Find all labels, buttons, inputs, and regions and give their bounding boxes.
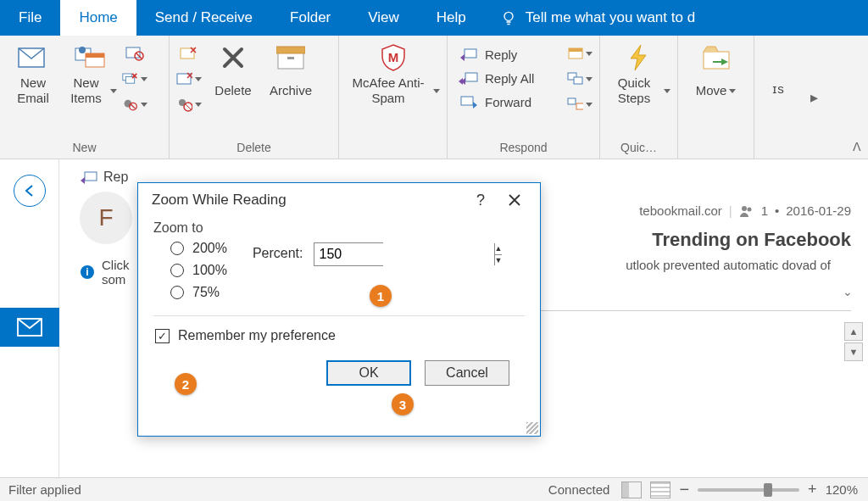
percent-up-button[interactable]: ▲ <box>495 243 503 255</box>
remember-label: Remember my preference <box>178 328 336 343</box>
ribbon-collapse-button[interactable]: ᐱ <box>853 140 861 153</box>
svg-rect-31 <box>85 172 97 181</box>
new-small-col <box>122 41 147 115</box>
quick-steps-label: Quick Steps <box>607 75 661 106</box>
quick-steps-button[interactable]: Quick Steps <box>607 41 670 107</box>
ignore-button[interactable] <box>122 42 147 64</box>
group-mcafee: M McAfee Anti-Spam <box>339 36 448 159</box>
forward-icon <box>459 95 478 109</box>
move-button[interactable]: Move <box>685 41 747 107</box>
mail-nav-tab[interactable] <box>0 308 59 347</box>
svg-point-5 <box>79 47 86 53</box>
archive-label: Archive <box>270 75 312 107</box>
status-bar: Filter applied Connected − + 120% <box>0 477 868 501</box>
reply-all-label: Reply All <box>485 71 534 86</box>
zoom-100-radio[interactable]: 100% <box>170 263 227 278</box>
zoom-level: 120% <box>826 482 858 497</box>
expand-chevron[interactable]: ⌄ <box>843 285 853 298</box>
meeting-icon <box>567 46 583 61</box>
group-move: Move <box>678 36 754 159</box>
ribbon-overflow-button[interactable]: ▸ <box>802 36 826 159</box>
remember-checkbox[interactable]: ✓ Remember my preference <box>153 328 525 343</box>
tab-view[interactable]: View <box>349 0 418 36</box>
message-date: 2016-01-29 <box>786 203 851 218</box>
small-delete-1[interactable] <box>176 42 202 64</box>
ok-button[interactable]: OK <box>326 360 411 386</box>
scroll-up-button[interactable]: ▲ <box>844 322 863 341</box>
mail-icon <box>17 318 42 337</box>
msg-reply-action[interactable]: Rep <box>80 170 128 185</box>
junk-button[interactable] <box>122 93 147 115</box>
group-delete-label: Delete <box>170 138 338 159</box>
zoom-75-radio[interactable]: 75% <box>170 285 227 300</box>
im-icon <box>567 71 583 86</box>
forward-button[interactable]: Forward <box>454 92 537 112</box>
reply-all-button[interactable]: Reply All <box>454 68 537 88</box>
nav-column <box>0 159 59 477</box>
callout-2: 2 <box>175 373 197 395</box>
back-button[interactable] <box>14 175 46 207</box>
tab-file[interactable]: File <box>0 0 60 36</box>
new-items-button[interactable]: New Items <box>64 41 117 107</box>
zoom-dialog: Zoom While Reading ? Zoom to 200% 100% 7… <box>137 182 541 437</box>
new-email-label: New Email <box>7 75 59 107</box>
mcafee-label: McAfee Anti-Spam <box>347 75 431 106</box>
small-delete-2[interactable] <box>176 68 202 90</box>
cancel-button[interactable]: Cancel <box>425 360 509 386</box>
zoom-200-radio[interactable]: 200% <box>170 241 227 256</box>
svg-rect-24 <box>569 48 582 52</box>
percent-input[interactable] <box>314 243 494 265</box>
tell-me-label: Tell me what you want to d <box>526 9 695 26</box>
small-delete-3[interactable] <box>176 93 202 115</box>
group-new: New Email New Items New <box>0 36 170 159</box>
reply-icon <box>80 170 98 184</box>
svg-rect-16 <box>278 52 303 69</box>
more-icon <box>567 97 583 112</box>
reply-icon <box>459 47 478 61</box>
svg-rect-29 <box>704 52 729 69</box>
people-icon <box>739 205 754 217</box>
new-email-button[interactable]: New Email <box>7 41 59 107</box>
ignore-icon <box>125 46 144 61</box>
tell-me-search[interactable]: Tell me what you want to d <box>485 0 710 36</box>
dialog-help-button[interactable]: ? <box>464 185 498 215</box>
svg-rect-6 <box>126 47 140 58</box>
svg-rect-27 <box>568 98 576 104</box>
meeting-button[interactable] <box>567 42 593 64</box>
tab-send-receive[interactable]: Send / Receive <box>136 0 271 36</box>
tab-home[interactable]: Home <box>60 0 136 36</box>
archive-button[interactable]: Archive <box>264 41 317 107</box>
svg-rect-12 <box>181 48 194 58</box>
back-arrow-icon <box>21 182 38 199</box>
cleanup-button[interactable] <box>122 68 147 90</box>
mcafee-button[interactable]: M McAfee Anti-Spam <box>347 41 440 107</box>
view-reading-button[interactable] <box>650 482 670 498</box>
svg-rect-20 <box>465 49 476 58</box>
group-delete: Delete Archive Delete <box>170 36 339 159</box>
resize-grip[interactable] <box>526 422 538 434</box>
msg-reply-label: Rep <box>103 170 128 185</box>
im-button[interactable] <box>567 68 593 90</box>
dialog-close-button[interactable] <box>498 185 531 215</box>
message-warning: utlook prevented automatic dovad of <box>626 258 831 272</box>
cleanup-icon <box>122 71 138 86</box>
zoom-in-button[interactable]: + <box>808 481 817 498</box>
view-normal-button[interactable] <box>621 482 642 498</box>
zoom-slider[interactable] <box>698 488 799 492</box>
new-items-label: New Items <box>64 75 108 106</box>
percent-spinner[interactable]: ▲ ▼ <box>314 242 383 266</box>
percent-down-button[interactable]: ▼ <box>495 255 503 266</box>
reply-button[interactable]: Reply <box>454 44 537 64</box>
zoom-slider-thumb[interactable] <box>764 483 772 497</box>
truncated-button[interactable]: ɪs <box>761 41 795 105</box>
tab-help[interactable]: Help <box>418 0 485 36</box>
svg-rect-21 <box>465 73 477 81</box>
scroll-down-button[interactable]: ▼ <box>844 342 863 361</box>
more-respond-button[interactable] <box>567 93 593 115</box>
zoom-out-button[interactable]: − <box>679 480 689 499</box>
zoom-200-label: 200% <box>192 241 227 256</box>
delete-button[interactable]: Delete <box>207 41 259 107</box>
svg-rect-26 <box>574 77 582 84</box>
reply-all-icon <box>459 71 479 85</box>
tab-folder[interactable]: Folder <box>271 0 349 36</box>
